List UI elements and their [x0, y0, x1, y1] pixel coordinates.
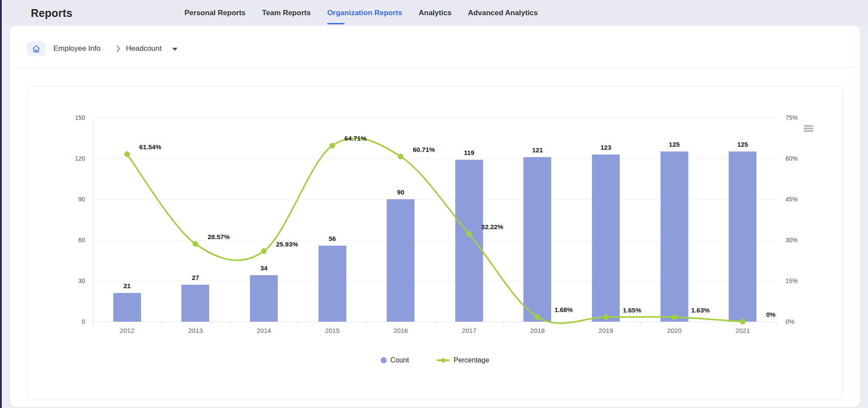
active-tab-underline	[327, 23, 345, 24]
breadcrumb-item-employee-info[interactable]: Employee Info	[53, 44, 101, 53]
line-point-2017[interactable]	[466, 231, 472, 237]
home-icon	[32, 45, 40, 53]
legend-label: Percentage	[454, 356, 489, 364]
headcount-chart-card: 00%3015%6030%9045%12060%15075%2120122720…	[27, 86, 843, 399]
tab-label: Team Reports	[262, 9, 311, 17]
breadcrumb-home-button[interactable]	[27, 41, 46, 56]
breadcrumb-separator-icon: ❯	[115, 44, 121, 52]
breadcrumb-item-headcount[interactable]: Headcount	[126, 44, 161, 53]
tab-label: Advanced Analytics	[468, 9, 538, 17]
line-value-label: 1.68%	[554, 306, 573, 313]
line-point-2015[interactable]	[329, 143, 335, 148]
line-point-2020[interactable]	[671, 314, 677, 320]
chart-menu-icon[interactable]	[804, 125, 813, 132]
tab-analytics[interactable]: Analytics	[419, 0, 452, 26]
line-point-2019[interactable]	[603, 314, 609, 320]
percentage-line-series	[28, 86, 844, 400]
divider	[10, 67, 860, 67]
line-value-label: 60.71%	[413, 146, 435, 153]
tab-personal-reports[interactable]: Personal Reports	[184, 0, 246, 26]
chart-legend: CountPercentage	[381, 356, 490, 364]
line-point-2013[interactable]	[193, 241, 198, 247]
tab-advanced-analytics[interactable]: Advanced Analytics	[468, 0, 538, 26]
combo-chart: 00%3015%6030%9045%12060%15075%2120122720…	[28, 86, 843, 399]
line-value-label: 61.54%	[139, 143, 161, 151]
content-panel: Employee Info ❯ Headcount 00%3015%6030%9…	[10, 26, 860, 407]
line-path	[127, 138, 743, 323]
line-value-label: 25.93%	[276, 240, 298, 248]
line-point-2012[interactable]	[124, 151, 130, 157]
line-value-label: 64.71%	[345, 135, 367, 142]
tab-label: Organization Reports	[327, 9, 402, 17]
top-bar: Reports Personal ReportsTeam ReportsOrga…	[2, 0, 868, 26]
tab-team-reports[interactable]: Team Reports	[262, 0, 311, 26]
line-point-2016[interactable]	[398, 154, 404, 159]
percentage-swatch-icon	[437, 359, 450, 361]
window-edge	[0, 0, 2, 408]
page-title: Reports	[31, 7, 72, 20]
count-swatch-icon	[381, 357, 387, 363]
line-point-2018[interactable]	[535, 314, 540, 320]
tab-label: Analytics	[419, 9, 452, 17]
chevron-down-icon[interactable]	[172, 48, 178, 51]
legend-item-count[interactable]: Count	[381, 356, 409, 364]
line-value-label: 1.63%	[691, 306, 710, 314]
nav-tabs: Personal ReportsTeam ReportsOrganization…	[184, 0, 538, 26]
line-value-label: 1.65%	[623, 306, 641, 314]
line-point-2014[interactable]	[261, 248, 267, 254]
tab-label: Personal Reports	[184, 9, 246, 17]
tab-organization-reports[interactable]: Organization Reports	[327, 0, 402, 26]
line-value-label: 0%	[766, 311, 776, 318]
line-value-label: 32.22%	[481, 223, 503, 230]
legend-item-percentage[interactable]: Percentage	[437, 356, 489, 364]
legend-label: Count	[391, 356, 409, 364]
line-point-2021[interactable]	[740, 319, 746, 325]
line-value-label: 28.57%	[207, 233, 230, 240]
